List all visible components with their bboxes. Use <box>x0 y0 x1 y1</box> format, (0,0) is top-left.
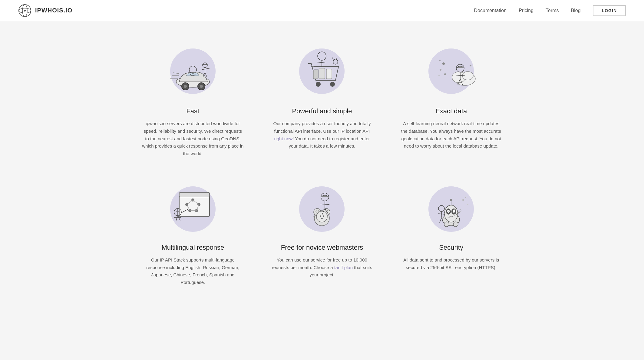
svg-point-28 <box>442 62 445 65</box>
nav-documentation[interactable]: Documentation <box>474 8 507 13</box>
multilingual-illustration <box>163 176 223 236</box>
svg-point-64 <box>444 205 458 222</box>
logo-text: IPWHOIS.IO <box>35 7 72 14</box>
main-nav: Documentation Pricing Terms Blog LOGIN <box>474 5 626 16</box>
svg-point-54 <box>323 215 324 217</box>
svg-text:✦: ✦ <box>469 64 472 67</box>
nav-terms[interactable]: Terms <box>546 8 559 13</box>
svg-point-74 <box>467 204 468 205</box>
svg-point-63 <box>453 222 458 227</box>
free-illustration <box>292 176 352 236</box>
svg-point-55 <box>316 210 319 213</box>
tariff-plan-link[interactable]: tariff plan <box>334 265 353 270</box>
login-button[interactable]: LOGIN <box>593 5 626 16</box>
svg-point-75 <box>465 197 466 198</box>
feature-exact: ✦ ✦ Exact data A self-learning neural ne… <box>393 39 510 158</box>
svg-point-18 <box>330 82 335 87</box>
exact-desc: A self-learning neural network real-time… <box>400 120 503 150</box>
fast-illustration <box>163 39 223 100</box>
exact-title: Exact data <box>435 107 467 115</box>
features-grid: Fast ipwhois.io servers are distributed … <box>134 39 510 286</box>
svg-point-53 <box>320 215 321 217</box>
svg-rect-36 <box>179 192 210 197</box>
feature-powerful: Powerful and simple Our company provides… <box>263 39 381 158</box>
svg-point-31 <box>438 75 440 76</box>
svg-point-73 <box>462 199 464 201</box>
exact-illustration: ✦ ✦ <box>421 39 481 100</box>
svg-point-70 <box>450 199 452 201</box>
nav-pricing[interactable]: Pricing <box>519 8 533 13</box>
svg-point-17 <box>316 82 321 87</box>
svg-point-30 <box>444 73 446 75</box>
svg-point-3 <box>24 10 26 12</box>
multilingual-title: Multilingual response <box>161 244 224 252</box>
powerful-illustration <box>292 39 352 100</box>
svg-rect-20 <box>326 69 332 79</box>
multilingual-desc: Our IP API Stack supports multi-language… <box>141 256 244 286</box>
feature-security: Security All data sent to and processed … <box>393 176 510 286</box>
feature-multilingual: Multilingual response Our IP API Stack s… <box>134 176 252 286</box>
feature-fast: Fast ipwhois.io servers are distributed … <box>134 39 252 158</box>
logo[interactable]: IPWHOIS.IO <box>18 4 72 17</box>
security-illustration <box>421 176 481 236</box>
logo-icon <box>18 4 31 17</box>
powerful-desc: Our company provides a user friendly and… <box>270 120 373 150</box>
svg-rect-19 <box>319 68 325 79</box>
security-desc: All data sent to and processed by our se… <box>400 256 503 272</box>
svg-point-9 <box>200 85 203 88</box>
right-now-link[interactable]: right now <box>274 136 292 141</box>
svg-point-7 <box>184 85 187 88</box>
svg-point-29 <box>440 69 441 71</box>
powerful-title: Powerful and simple <box>292 107 352 115</box>
feature-free: Free for novice webmasters You can use o… <box>263 176 381 286</box>
svg-point-23 <box>428 48 474 94</box>
security-title: Security <box>439 244 463 252</box>
fast-title: Fast <box>186 107 199 115</box>
free-title: Free for novice webmasters <box>281 244 363 252</box>
svg-point-68 <box>453 210 455 213</box>
nav-blog[interactable]: Blog <box>571 8 581 13</box>
svg-rect-21 <box>313 70 318 79</box>
free-desc: You can use our service for free up to 1… <box>270 256 373 279</box>
main-content: Fast ipwhois.io servers are distributed … <box>110 21 534 305</box>
svg-point-62 <box>444 222 449 227</box>
fast-desc: ipwhois.io servers are distributed world… <box>141 120 244 158</box>
svg-text:✦: ✦ <box>438 59 441 63</box>
